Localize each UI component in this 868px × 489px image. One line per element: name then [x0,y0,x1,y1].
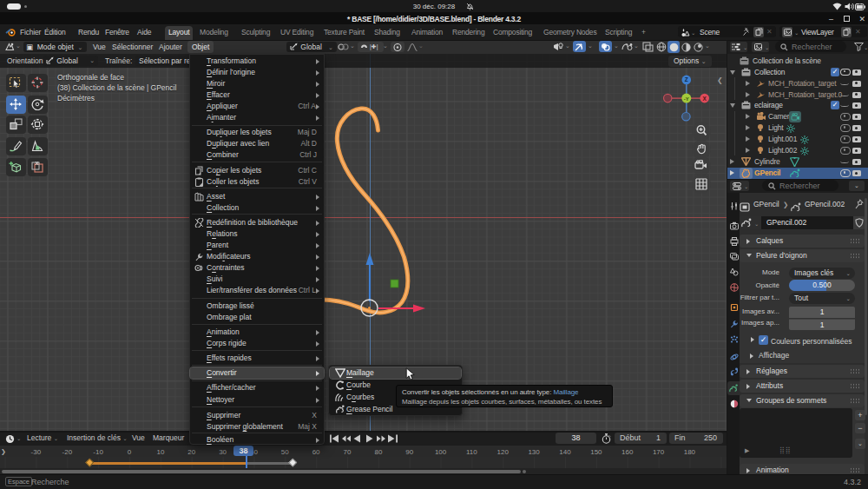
svg-text:X: X [703,96,707,102]
svg-text:Z: Z [685,76,688,83]
svg-text:-Y: -Y [684,96,689,102]
